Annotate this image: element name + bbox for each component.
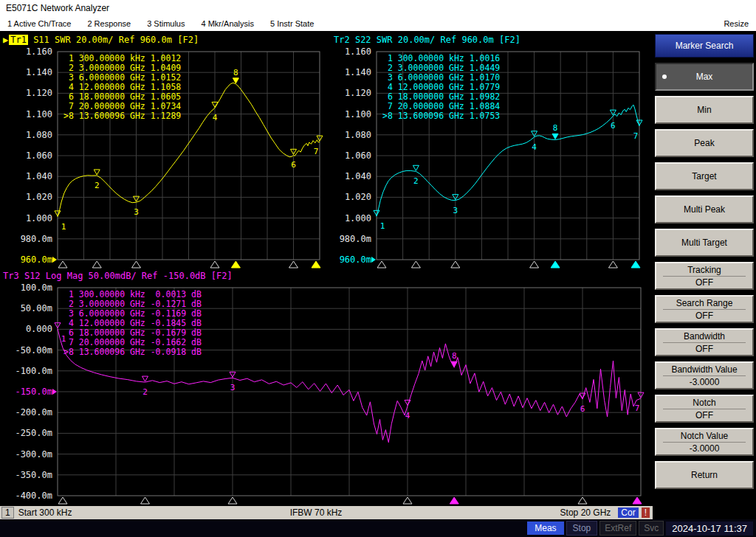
y-axis-tick-label: -250.0m xyxy=(15,428,52,438)
softkey-value: -3.0000 xyxy=(663,442,746,454)
menu-active-ch-trace[interactable]: 1 Active Ch/Trace xyxy=(7,19,71,28)
marker-number-label: 4 xyxy=(405,411,410,420)
trace1-header: ▶Tr1 S11 SWR 20.00m/ Ref 960.0m [F2] xyxy=(3,35,199,45)
marker-position-indicator-2[interactable] xyxy=(411,261,420,268)
app-window: E5071C Network Analyzer 1 Active Ch/Trac… xyxy=(0,0,756,537)
softkey-label: Return xyxy=(691,470,718,480)
graticule-area: 1.1601.1401.1201.1001.0801.0601.0401.020… xyxy=(0,31,653,506)
marker-position-indicator-7[interactable] xyxy=(633,497,642,504)
softkey-return[interactable]: Return xyxy=(655,461,754,489)
marker-position-indicator-3[interactable] xyxy=(132,261,141,268)
trace3-header: Tr3 S12 Log Mag 50.00mdB/ Ref -150.0dB [… xyxy=(3,271,233,281)
y-axis-tick-label: 980.0m xyxy=(340,234,371,244)
marker-position-indicator-6[interactable] xyxy=(608,261,617,268)
menu-bar: 1 Active Ch/Trace 2 Response 3 Stimulus … xyxy=(0,16,756,31)
y-axis-tick-label: 1.040 xyxy=(26,171,52,181)
menu-stimulus[interactable]: 3 Stimulus xyxy=(147,19,185,28)
softkey-max[interactable]: Max xyxy=(655,63,754,91)
softkey-peak[interactable]: Peak xyxy=(655,129,754,157)
svc-indicator: Svc xyxy=(639,521,664,536)
softkey-search-range[interactable]: Search RangeOFF xyxy=(655,295,754,323)
y-axis-tick-label: 960.0m xyxy=(340,254,371,265)
marker-number-label: 2 xyxy=(413,176,419,186)
marker-number-label: 3 xyxy=(230,383,236,392)
extref-indicator: ExtRef xyxy=(599,521,636,536)
marker-position-indicator-3[interactable] xyxy=(451,261,460,268)
datetime-display: 2024-10-17 11:37 xyxy=(666,522,753,536)
softkey-menu-title: Marker Search xyxy=(655,34,754,58)
sweep-stop-indicator: Stop xyxy=(566,521,598,536)
y-axis-tick-label: 1.120 xyxy=(26,88,52,98)
marker-position-indicator-6[interactable] xyxy=(578,497,587,504)
y-axis-tick-label: 1.080 xyxy=(345,130,371,140)
marker-position-indicator-7[interactable] xyxy=(631,261,640,268)
y-axis-tick-label: 1.140 xyxy=(345,67,371,77)
softkey-value: OFF xyxy=(663,276,746,288)
menu-instr-state[interactable]: 5 Instr State xyxy=(270,19,314,28)
trace2-name[interactable]: Tr2 xyxy=(334,35,350,45)
marker-position-indicator-1[interactable] xyxy=(58,261,67,268)
softkey-notch-value[interactable]: Notch Value-3.0000 xyxy=(655,428,754,456)
trace1-name[interactable]: Tr1 xyxy=(9,35,28,45)
softkey-bandwidth-value[interactable]: Bandwidth Value-3.0000 xyxy=(655,361,754,389)
softkey-value: OFF xyxy=(663,342,746,354)
softkey-target[interactable]: Target xyxy=(655,162,754,190)
marker-number-label: 4 xyxy=(532,142,537,152)
softkey-label: Notch Value xyxy=(681,431,728,441)
marker-position-indicator-8[interactable] xyxy=(450,497,458,504)
marker-position-indicator-7[interactable] xyxy=(312,261,320,268)
y-axis-tick-label: 1.060 xyxy=(26,150,52,161)
marker-position-indicator-3[interactable] xyxy=(228,497,237,504)
y-axis-tick-label: 1.160 xyxy=(345,46,371,57)
selected-dot-icon xyxy=(662,75,667,79)
y-axis-tick-label: 1.060 xyxy=(345,150,371,161)
ifbw-label: IFBW 70 kHz xyxy=(72,507,560,518)
marker-position-indicator-1[interactable] xyxy=(58,497,67,504)
trace-marker-8[interactable] xyxy=(552,134,558,139)
marker-number-label: 7 xyxy=(633,131,639,141)
marker-number-label: 7 xyxy=(635,403,640,413)
softkey-value: OFF xyxy=(663,409,746,420)
trace3-name[interactable]: Tr3 xyxy=(3,271,19,281)
menu-resize[interactable]: Resize xyxy=(724,19,749,28)
softkey-bandwidth[interactable]: BandwidthOFF xyxy=(655,328,754,356)
menu-mkr-analysis[interactable]: 4 Mkr/Analysis xyxy=(201,19,254,28)
start-frequency-label: Start 300 kHz xyxy=(18,507,72,518)
trace-marker-8[interactable] xyxy=(233,78,238,83)
instrument-status-bar: Meas Stop ExtRef Svc 2024-10-17 11:37 xyxy=(0,519,756,537)
y-axis-tick-label: 1.000 xyxy=(26,213,52,224)
marker-position-indicator-2[interactable] xyxy=(92,261,101,268)
softkey-label: Notch xyxy=(693,398,715,408)
menu-response[interactable]: 2 Response xyxy=(87,19,131,28)
trace-marker-2[interactable] xyxy=(413,165,419,170)
ref-level-arrow-icon xyxy=(371,257,376,263)
marker-position-indicator-4[interactable] xyxy=(403,497,412,504)
marker-position-indicator-2[interactable] xyxy=(141,497,150,504)
softkey-notch[interactable]: NotchOFF xyxy=(655,395,754,423)
softkey-label: Bandwidth xyxy=(684,331,725,342)
marker-position-indicator-8[interactable] xyxy=(551,261,560,268)
marker-position-indicator-4[interactable] xyxy=(530,261,539,268)
softkey-multi-peak[interactable]: Multi Peak xyxy=(655,195,754,224)
marker-position-indicator-1[interactable] xyxy=(377,261,386,268)
softkey-label: Multi Target xyxy=(681,238,727,248)
stop-frequency-label: Stop 20 GHz xyxy=(560,507,611,518)
y-axis-tick-label: 980.0m xyxy=(21,234,52,244)
softkey-multi-target[interactable]: Multi Target xyxy=(655,229,754,257)
y-axis-tick-label: 1.080 xyxy=(26,130,52,140)
trace2-header: Tr2 S22 SWR 20.00m/ Ref 960.0m [F2] xyxy=(334,35,520,45)
marker-position-indicator-4[interactable] xyxy=(210,261,219,268)
y-axis-tick-label: 1.000 xyxy=(345,213,371,224)
trace-marker-2[interactable] xyxy=(94,170,100,175)
marker-number-label: 6 xyxy=(291,160,296,170)
y-axis-tick-label: -400.0m xyxy=(15,491,52,501)
softkey-min[interactable]: Min xyxy=(655,96,754,124)
softkey-label: Min xyxy=(697,105,711,115)
meas-indicator: Meas xyxy=(527,522,563,535)
y-axis-tick-label: 1.120 xyxy=(345,88,371,98)
trace-marker-2[interactable] xyxy=(142,376,148,381)
marker-position-indicator-6[interactable] xyxy=(289,261,298,268)
softkey-tracking[interactable]: TrackingOFF xyxy=(655,262,754,290)
correction-badge: Cor xyxy=(618,507,638,518)
marker-position-indicator-8[interactable] xyxy=(231,261,240,268)
